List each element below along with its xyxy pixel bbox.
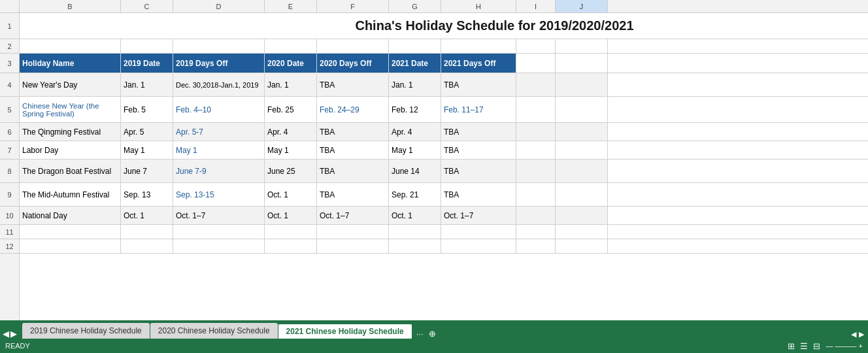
cell-2b[interactable] xyxy=(20,39,121,53)
cell-6b[interactable]: The Qingming Festival xyxy=(20,123,121,141)
cell-11e[interactable] xyxy=(265,225,317,239)
cell-2f[interactable] xyxy=(317,39,389,53)
row-num-6[interactable]: 6 xyxy=(0,123,19,141)
view-break-icon[interactable]: ⊟ xyxy=(813,341,820,351)
add-sheet-icon[interactable]: ⊕ xyxy=(429,329,436,339)
col-header-g[interactable]: G xyxy=(389,0,441,12)
cell-4e[interactable]: Jan. 1 xyxy=(265,73,317,96)
cell-12j[interactable] xyxy=(556,239,608,253)
cell-9f[interactable]: TBA xyxy=(317,183,389,206)
cell-10d[interactable]: Oct. 1–7 xyxy=(173,207,265,224)
cell-10b[interactable]: National Day xyxy=(20,207,121,224)
cell-7b[interactable]: Labor Day xyxy=(20,141,121,159)
cell-2e[interactable] xyxy=(265,39,317,53)
cell-8b[interactable]: The Dragon Boat Festival xyxy=(20,160,121,182)
row-num-1[interactable]: 1 xyxy=(0,13,19,39)
cell-10j[interactable] xyxy=(556,207,608,224)
cell-4c[interactable]: Jan. 1 xyxy=(121,73,173,96)
cell-2c[interactable] xyxy=(121,39,173,53)
cell-5b[interactable]: Chinese New Year (the Spring Festival) xyxy=(20,97,121,122)
col-header-c[interactable]: C xyxy=(121,0,173,12)
cell-7f[interactable]: TBA xyxy=(317,141,389,159)
cell-5e[interactable]: Feb. 25 xyxy=(265,97,317,122)
scroll-left-icon[interactable]: ◀ xyxy=(851,330,856,339)
cell-5j[interactable] xyxy=(556,97,608,122)
col-header-e[interactable]: E xyxy=(265,0,317,12)
cell-8j[interactable] xyxy=(556,160,608,182)
cell-12h[interactable] xyxy=(441,239,516,253)
cell-6d[interactable]: Apr. 5-7 xyxy=(173,123,265,141)
row-num-9[interactable]: 9 xyxy=(0,183,19,207)
cell-12d[interactable] xyxy=(173,239,265,253)
cell-7c[interactable]: May 1 xyxy=(121,141,173,159)
cell-4g[interactable]: Jan. 1 xyxy=(389,73,441,96)
cell-12f[interactable] xyxy=(317,239,389,253)
cell-11c[interactable] xyxy=(121,225,173,239)
col-header-i[interactable]: I xyxy=(516,0,556,12)
cell-10h[interactable]: Oct. 1–7 xyxy=(441,207,516,224)
cell-8g[interactable]: June 14 xyxy=(389,160,441,182)
col-header-h[interactable]: H xyxy=(441,0,516,12)
tab-overflow[interactable]: ··· xyxy=(416,329,424,339)
cell-4b[interactable]: New Year's Day xyxy=(20,73,121,96)
cell-9e[interactable]: Oct. 1 xyxy=(265,183,317,206)
cell-12i[interactable] xyxy=(516,239,556,253)
cell-7d[interactable]: May 1 xyxy=(173,141,265,159)
cell-10e[interactable]: Oct. 1 xyxy=(265,207,317,224)
cell-5i[interactable] xyxy=(516,97,556,122)
row-num-7[interactable]: 7 xyxy=(0,141,19,160)
cell-11g[interactable] xyxy=(389,225,441,239)
tab-2020[interactable]: 2020 Chinese Holiday Schedule xyxy=(150,323,278,339)
cell-12g[interactable] xyxy=(389,239,441,253)
cell-6h[interactable]: TBA xyxy=(441,123,516,141)
cell-9c[interactable]: Sep. 13 xyxy=(121,183,173,206)
cell-12c[interactable] xyxy=(121,239,173,253)
col-header-j[interactable]: J xyxy=(556,0,608,12)
view-page-icon[interactable]: ☰ xyxy=(800,341,808,351)
cell-5h[interactable]: Feb. 11–17 xyxy=(441,97,516,122)
cell-7g[interactable]: May 1 xyxy=(389,141,441,159)
cell-6e[interactable]: Apr. 4 xyxy=(265,123,317,141)
cell-6f[interactable]: TBA xyxy=(317,123,389,141)
cell-11b[interactable] xyxy=(20,225,121,239)
cell-10c[interactable]: Oct. 1 xyxy=(121,207,173,224)
cell-9j[interactable] xyxy=(556,183,608,206)
tab-scroll-left[interactable]: ◀ xyxy=(3,329,9,339)
col-header-b[interactable]: B xyxy=(20,0,121,12)
cell-9d[interactable]: Sep. 13-15 xyxy=(173,183,265,206)
cell-6g[interactable]: Apr. 4 xyxy=(389,123,441,141)
scroll-right-icon[interactable]: ▶ xyxy=(859,330,864,339)
cell-2d[interactable] xyxy=(173,39,265,53)
cell-8h[interactable]: TBA xyxy=(441,160,516,182)
cell-7j[interactable] xyxy=(556,141,608,159)
cell-11h[interactable] xyxy=(441,225,516,239)
row-num-5[interactable]: 5 xyxy=(0,97,19,123)
cell-2h[interactable] xyxy=(441,39,516,53)
cell-9b[interactable]: The Mid-Autumn Festival xyxy=(20,183,121,206)
tab-scroll-right[interactable]: ▶ xyxy=(10,329,17,339)
cell-5g[interactable]: Feb. 12 xyxy=(389,97,441,122)
cell-9h[interactable]: TBA xyxy=(441,183,516,206)
cell-9g[interactable]: Sep. 21 xyxy=(389,183,441,206)
cell-2g[interactable] xyxy=(389,39,441,53)
cell-11j[interactable] xyxy=(556,225,608,239)
row-num-4[interactable]: 4 xyxy=(0,73,19,97)
cell-2j[interactable] xyxy=(556,39,608,53)
col-header-f[interactable]: F xyxy=(317,0,389,12)
col-header-d[interactable]: D xyxy=(173,0,265,12)
cell-10g[interactable]: Oct. 1 xyxy=(389,207,441,224)
cell-8c[interactable]: June 7 xyxy=(121,160,173,182)
row-num-12[interactable]: 12 xyxy=(0,239,19,254)
row-num-10[interactable]: 10 xyxy=(0,207,19,225)
cell-6i[interactable] xyxy=(516,123,556,141)
cell-7e[interactable]: May 1 xyxy=(265,141,317,159)
cell-4j[interactable] xyxy=(556,73,608,96)
cell-11d[interactable] xyxy=(173,225,265,239)
cell-6c[interactable]: Apr. 5 xyxy=(121,123,173,141)
cell-7h[interactable]: TBA xyxy=(441,141,516,159)
cell-4d[interactable]: Dec. 30,2018-Jan.1, 2019 xyxy=(173,73,265,96)
row-num-8[interactable]: 8 xyxy=(0,160,19,183)
view-normal-icon[interactable]: ⊞ xyxy=(788,341,795,351)
row-num-2[interactable]: 2 xyxy=(0,39,19,54)
cell-6j[interactable] xyxy=(556,123,608,141)
